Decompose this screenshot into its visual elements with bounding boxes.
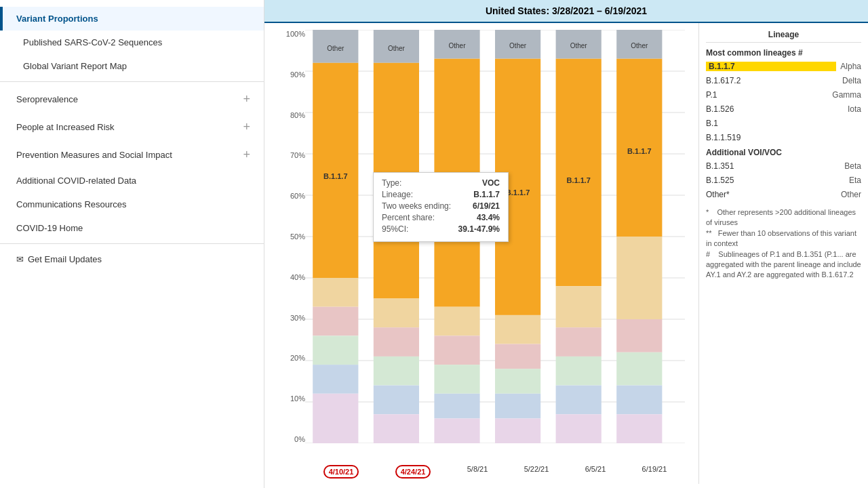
- legend-row-b117: B.1.1.7 Alpha: [706, 60, 861, 73]
- tooltip-weeks-label: Two weeks ending:: [382, 201, 451, 211]
- svg-text:Other: Other: [509, 42, 527, 49]
- sidebar-label: COVID-19 Home: [16, 223, 83, 233]
- svg-rect-55: [556, 414, 601, 443]
- svg-rect-13: [313, 63, 358, 278]
- legend-row-b1525: B.1.525 Eta: [706, 174, 861, 186]
- tooltip-weeks-value: 6/19/21: [473, 201, 500, 211]
- sidebar-item-email-updates[interactable]: ✉ Get Email Updates: [0, 247, 264, 271]
- sidebar-label: Prevention Measures and Social Impact: [16, 150, 172, 160]
- expand-icon: +: [243, 92, 250, 106]
- legend-row-b11519: B.1.1.519: [706, 131, 861, 144]
- x-label-2: 4/24/21: [395, 465, 431, 479]
- tooltip-ci-value: 39.1-47.9%: [458, 224, 500, 234]
- svg-rect-42: [495, 315, 540, 344]
- sidebar-item-seroprevalence[interactable]: Seroprevalence +: [0, 85, 264, 113]
- bar-chart: 100% 90% 80% 70% 60% 50% 40% 30% 20% 10%…: [264, 23, 698, 484]
- svg-rect-49: [556, 59, 601, 287]
- svg-rect-15: [313, 278, 358, 307]
- sidebar-item-communications[interactable]: Communications Resources: [0, 192, 264, 216]
- svg-rect-36: [434, 394, 479, 419]
- main-content: United States: 3/28/2021 – 6/19/2021 100…: [264, 0, 868, 488]
- svg-rect-33: [434, 307, 479, 336]
- tooltip-type-label: Type:: [382, 178, 401, 188]
- sidebar-item-people-at-risk[interactable]: People at Increased Risk +: [0, 113, 264, 141]
- chart-header: United States: 3/28/2021 – 6/19/2021: [264, 0, 868, 23]
- sidebar-label: Variant Proportions: [16, 14, 98, 24]
- svg-text:B.1.1.7: B.1.1.7: [627, 147, 651, 155]
- sidebar-label: Seroprevalence: [16, 94, 78, 104]
- svg-rect-35: [434, 365, 479, 394]
- svg-text:Other: Other: [327, 45, 344, 52]
- sidebar-label: Global Variant Report Map: [23, 61, 127, 71]
- chart-container: 100% 90% 80% 70% 60% 50% 40% 30% 20% 10%…: [264, 23, 868, 484]
- expand-icon: +: [243, 148, 250, 162]
- x-label-4: 5/22/21: [524, 465, 549, 479]
- svg-text:Other: Other: [448, 42, 466, 49]
- sidebar-item-global-variant[interactable]: Global Variant Report Map: [0, 54, 264, 78]
- chart-title: United States: 3/28/2021 – 6/19/2021: [486, 5, 647, 16]
- tooltip-percent-value: 43.4%: [477, 213, 500, 222]
- svg-rect-37: [434, 418, 479, 443]
- svg-text:Other: Other: [570, 42, 588, 49]
- legend-row-b1526: B.1.526 Iota: [706, 103, 861, 115]
- sidebar-item-prevention-measures[interactable]: Prevention Measures and Social Impact +: [0, 141, 264, 169]
- svg-rect-19: [313, 394, 358, 443]
- sidebar-label: Published SARS-CoV-2 Sequences: [23, 37, 162, 47]
- svg-rect-53: [556, 357, 601, 386]
- right-panel: Lineage Most common lineages # B.1.1.7 A…: [698, 23, 868, 484]
- tooltip-lineage-label: Lineage:: [382, 190, 413, 199]
- tooltip-ci-label: 95%CI:: [382, 224, 408, 234]
- sidebar: Variant Proportions Published SARS-CoV-2…: [0, 0, 264, 488]
- x-label-6: 6/19/21: [642, 465, 667, 479]
- svg-rect-44: [495, 369, 540, 394]
- tooltip-percent-label: Percent share:: [382, 213, 435, 222]
- svg-rect-17: [313, 336, 358, 365]
- sidebar-label: People at Increased Risk: [16, 122, 115, 132]
- sidebar-label: Communications Resources: [16, 199, 127, 209]
- svg-rect-51: [556, 286, 601, 327]
- legend-title: Lineage: [706, 30, 861, 43]
- svg-text:Other: Other: [388, 45, 406, 52]
- expand-icon: +: [243, 120, 250, 134]
- svg-rect-25: [374, 327, 419, 357]
- legend-row-b1: B.1: [706, 117, 861, 129]
- svg-text:B.1.1.7: B.1.1.7: [566, 176, 590, 184]
- x-labels: 4/10/21 4/24/21 5/8/21 5/22/21 6/5/21 6/…: [305, 465, 685, 479]
- svg-rect-62: [616, 352, 662, 386]
- legend-row-b1351: B.1.351 Beta: [706, 160, 861, 172]
- sidebar-item-covid-home[interactable]: COVID-19 Home: [0, 216, 264, 240]
- sidebar-item-additional-data[interactable]: Additional COVID-related Data: [0, 169, 264, 192]
- additional-voi-label: Additional VOI/VOC: [706, 148, 861, 157]
- svg-text:B.1.1.7: B.1.1.7: [323, 172, 347, 180]
- y-axis: 100% 90% 80% 70% 60% 50% 40% 30% 20% 10%…: [271, 30, 305, 443]
- legend-row-p1: P.1 Gamma: [706, 89, 861, 101]
- svg-rect-45: [495, 394, 540, 419]
- svg-text:Other: Other: [631, 42, 648, 49]
- sidebar-item-published-sars[interactable]: Published SARS-CoV-2 Sequences: [0, 30, 264, 54]
- svg-rect-26: [374, 357, 419, 386]
- svg-rect-46: [495, 418, 540, 443]
- svg-rect-52: [556, 327, 601, 357]
- legend-footnotes: * Other represents >200 additional linea…: [706, 207, 861, 281]
- x-label-3: 5/8/21: [467, 465, 488, 479]
- svg-rect-28: [374, 414, 419, 443]
- legend-row-other: Other* Other: [706, 188, 861, 201]
- svg-rect-60: [616, 237, 662, 319]
- legend-row-b1617: B.1.617.2 Delta: [706, 75, 861, 87]
- sidebar-label: Additional COVID-related Data: [16, 176, 136, 186]
- tooltip-type-value: VOC: [482, 178, 500, 188]
- x-label-1: 4/10/21: [323, 465, 359, 479]
- sidebar-item-variant-proportions[interactable]: Variant Proportions: [0, 7, 264, 30]
- svg-rect-54: [556, 386, 601, 415]
- x-label-5: 6/5/21: [585, 465, 606, 479]
- tooltip: Type: VOC Lineage: B.1.1.7 Two weeks end…: [373, 172, 509, 242]
- svg-rect-63: [616, 386, 662, 415]
- svg-rect-64: [616, 414, 662, 443]
- svg-rect-24: [374, 299, 419, 328]
- svg-rect-34: [434, 336, 479, 365]
- svg-text:B.1.1.7: B.1.1.7: [506, 188, 530, 197]
- sidebar-label: Get Email Updates: [28, 254, 250, 264]
- most-common-label: Most common lineages #: [706, 48, 861, 58]
- svg-rect-16: [313, 307, 358, 336]
- svg-rect-43: [495, 344, 540, 369]
